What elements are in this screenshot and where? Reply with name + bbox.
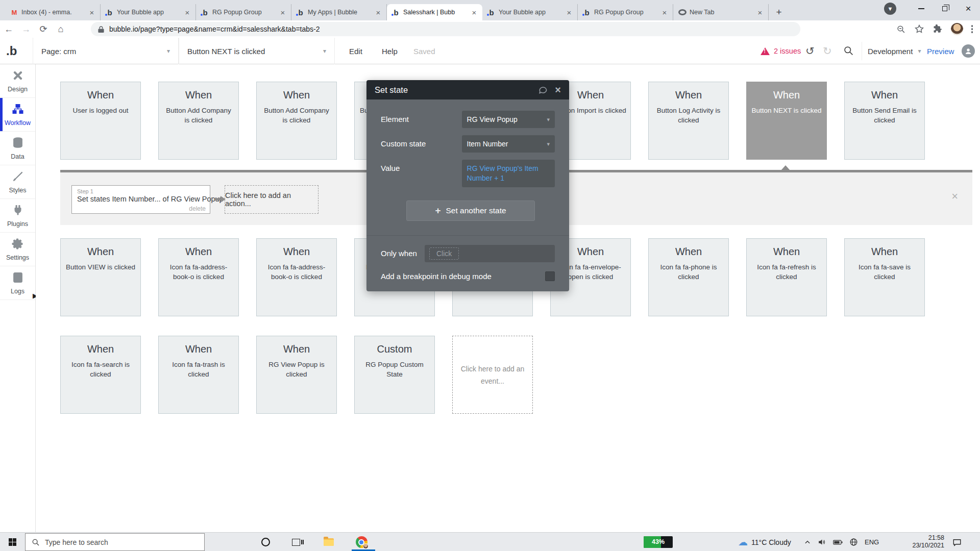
reload-icon[interactable]: ⟳ <box>35 23 52 35</box>
extensions-icon[interactable] <box>933 24 943 34</box>
tab-close-icon[interactable]: × <box>88 8 96 17</box>
tab-close-icon[interactable]: × <box>660 8 669 17</box>
action-center-button[interactable] <box>952 533 962 551</box>
workflow-card[interactable]: WhenUser is logged out <box>60 82 141 160</box>
browser-menu-icon[interactable] <box>971 25 973 33</box>
sidebar-item-label: Settings <box>6 254 29 261</box>
browser-tab[interactable]: New Tab× <box>673 4 769 20</box>
redo-icon[interactable]: ↻ <box>823 45 832 57</box>
workflow-card[interactable]: WhenIcon fa fa-trash is clicked <box>158 336 239 414</box>
browser-tab[interactable]: Your Bubble app× <box>101 4 196 20</box>
sidebar-item-logs[interactable]: Logs <box>0 266 35 300</box>
sidebar-item-styles[interactable]: Styles <box>0 165 35 199</box>
browser-tab[interactable]: Inbox (4) - emma.× <box>5 4 101 20</box>
search-icon[interactable] <box>843 45 854 56</box>
only-when-input[interactable]: Click <box>425 245 555 262</box>
task-view-button[interactable] <box>286 533 306 551</box>
file-explorer-button[interactable] <box>318 533 339 551</box>
browser-tab[interactable]: RG Popup Group× <box>578 4 673 20</box>
cortana-button[interactable] <box>255 533 276 551</box>
battery-icon[interactable] <box>833 539 843 546</box>
set-another-state-button[interactable]: + Set another state <box>406 201 535 221</box>
tab-close-icon[interactable]: × <box>183 8 191 17</box>
sidebar-item-design[interactable]: Design <box>0 64 35 98</box>
clock[interactable]: 21:58 23/10/2021 <box>898 534 944 549</box>
sidebar-item-settings[interactable]: Settings <box>0 233 35 266</box>
card-label: Icon fa fa-phone is clicked <box>653 262 724 282</box>
back-icon[interactable]: ← <box>0 24 17 35</box>
close-button[interactable]: × <box>957 0 980 17</box>
issues-indicator[interactable]: 2 issues <box>761 38 801 64</box>
chevron-down-icon: ▾ <box>323 47 326 55</box>
restore-button[interactable] <box>933 0 957 17</box>
workflow-card[interactable]: WhenIcon fa fa-phone is clicked <box>648 238 729 316</box>
event-selector[interactable]: Button NEXT is clicked ▾ <box>179 38 335 64</box>
workflow-card[interactable]: WhenRG View Popup is clicked <box>256 336 337 414</box>
workflow-card[interactable]: WhenButton VIEW is clicked <box>60 238 141 316</box>
element-dropdown[interactable]: RG View Popup ▾ <box>462 111 555 128</box>
environment-selector[interactable]: Development ▾ <box>868 38 921 64</box>
account-icon[interactable] <box>962 44 975 58</box>
tab-close-icon[interactable]: × <box>470 8 478 17</box>
chrome-taskbar-button[interactable] <box>351 533 372 551</box>
sidebar-item-plugins[interactable]: Plugins <box>0 199 35 233</box>
page-selector[interactable]: Page: crm ▾ <box>33 38 179 64</box>
minimize-button[interactable] <box>910 0 933 17</box>
battery-widget[interactable]: 43% <box>644 536 673 548</box>
browser-tab[interactable]: My Apps | Bubble× <box>291 4 387 20</box>
tab-close-icon[interactable]: × <box>756 8 764 17</box>
workflow-card[interactable]: WhenButton Log Activity is clicked <box>648 82 729 160</box>
delete-link[interactable]: delete <box>189 205 206 212</box>
help-menu[interactable]: Help <box>382 38 398 64</box>
start-button[interactable] <box>0 533 24 551</box>
preview-button[interactable]: Preview <box>927 38 954 64</box>
home-icon[interactable]: ⌂ <box>52 24 69 35</box>
tab-close-icon[interactable]: × <box>279 8 287 17</box>
sidebar-item-data[interactable]: Data <box>0 132 35 165</box>
close-icon[interactable]: × <box>555 85 561 95</box>
card-label: Icon fa fa-save is clicked <box>849 262 920 282</box>
weather-widget[interactable]: ☁ 11°C Cloudy <box>738 533 791 551</box>
chevron-up-icon[interactable] <box>804 539 811 546</box>
zoom-icon[interactable] <box>896 24 906 34</box>
workflow-card[interactable]: WhenIcon fa fa-address-book-o is clicked <box>158 238 239 316</box>
workflow-card[interactable]: WhenIcon fa fa-search is clicked <box>60 336 141 414</box>
workflow-card[interactable]: WhenIcon fa fa-save is clicked <box>844 238 925 316</box>
custom-state-dropdown[interactable]: Item Number ▾ <box>462 135 555 153</box>
browser-tab[interactable]: Salesshark | Bubb× <box>387 4 482 20</box>
language-indicator[interactable]: ENG <box>865 538 879 546</box>
workflow-card[interactable]: WhenIcon fa fa-address-book-o is clicked <box>256 238 337 316</box>
sidebar-item-workflow[interactable]: Workflow <box>0 98 35 132</box>
lock-icon <box>98 26 104 33</box>
address-bar[interactable]: bubble.io/page?type=page&name=crm&id=sal… <box>91 22 800 36</box>
speaker-icon[interactable] <box>818 538 826 546</box>
bookmark-star-icon[interactable] <box>914 24 924 34</box>
browser-tab[interactable]: Your Bubble app× <box>482 4 578 20</box>
value-expression[interactable]: RG View Popup's Item Number + 1 <box>462 160 555 187</box>
network-icon[interactable] <box>849 538 858 546</box>
workflow-card[interactable]: WhenButton Add Company is clicked <box>256 82 337 160</box>
workflow-card[interactable]: WhenIcon fa fa-refresh is clicked <box>746 238 827 316</box>
saved-status: Saved <box>413 38 435 64</box>
edit-menu[interactable]: Edit <box>349 38 362 64</box>
add-action-box[interactable]: Click here to add an action... <box>225 185 318 214</box>
browser-avatar[interactable] <box>951 23 963 35</box>
comment-icon[interactable] <box>538 85 548 95</box>
forward-icon[interactable]: → <box>17 24 35 35</box>
undo-icon[interactable]: ↺ <box>805 45 815 57</box>
popup-header[interactable]: Set state × <box>366 80 569 99</box>
workflow-card[interactable]: WhenButton Add Company is clicked <box>158 82 239 160</box>
new-tab-button[interactable]: + <box>772 5 786 19</box>
breakpoint-checkbox[interactable] <box>545 271 555 281</box>
strip-close-icon[interactable]: × <box>951 191 958 202</box>
add-event-card[interactable]: Click here to add an event... <box>452 336 533 414</box>
browser-tab[interactable]: RG Popup Group× <box>196 4 291 20</box>
profile-sync-icon[interactable]: ▼ <box>884 3 896 15</box>
tab-close-icon[interactable]: × <box>374 8 382 17</box>
tab-close-icon[interactable]: × <box>565 8 573 17</box>
taskbar-search[interactable]: Type here to search <box>25 533 205 551</box>
workflow-card[interactable]: WhenButton Send Email is clicked <box>844 82 925 160</box>
workflow-card[interactable]: WhenButton NEXT is clicked <box>746 82 827 160</box>
workflow-card[interactable]: CustomRG Popup Custom State <box>354 336 435 414</box>
step-card[interactable]: Step 1 Set states Item Number... of RG V… <box>71 185 210 214</box>
